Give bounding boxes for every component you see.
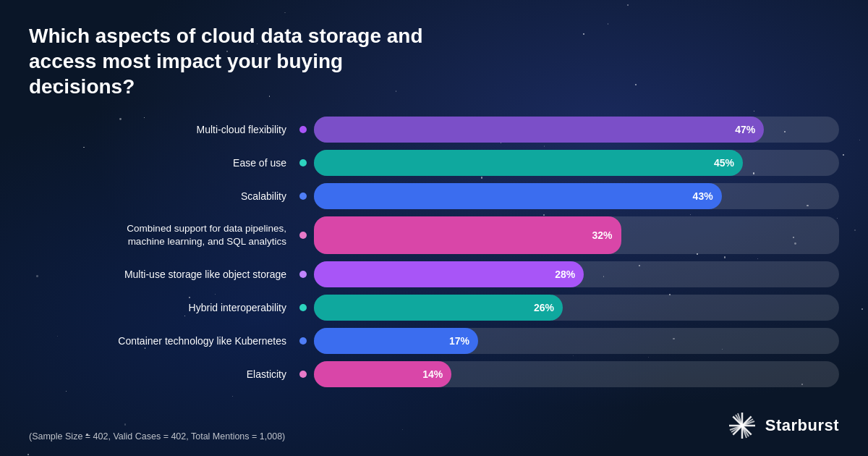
bar-pct-label-0: 47% [735,124,755,135]
bar-pct-label-7: 14% [422,368,443,380]
logo-text: Starburst [765,416,839,435]
bar-pct-label-2: 43% [693,190,713,202]
logo-area: Starburst [726,410,839,442]
bar-label-5: Hybrid interoperability [29,301,297,314]
bar-dot-3 [297,232,310,239]
chart-title: Which aspects of cloud data storage and … [29,23,448,99]
starburst-logo-icon [726,410,758,442]
bar-label-2: Scalability [29,190,297,203]
chart-area: Multi-cloud flexibility47%Ease of use45%… [29,117,839,404]
bar-dot-7 [297,371,310,378]
bar-fill-5: 26% [314,295,563,321]
bar-label-6: Container technology like Kubernetes [29,334,297,347]
bar-col-3: 32% [310,216,839,254]
bar-fill-4: 28% [314,261,584,287]
chart-row: Combined support for data pipelines,mach… [29,216,839,254]
bar-pct-label-1: 45% [714,157,734,169]
bar-label-4: Multi-use storage like object storage [29,268,297,281]
chart-row: Multi-use storage like object storage28% [29,261,839,287]
bar-fill-3: 32% [314,216,621,254]
chart-row: Multi-cloud flexibility47% [29,117,839,143]
chart-row: Hybrid interoperability26% [29,295,839,321]
bar-col-7: 14% [310,361,839,387]
bar-label-3: Combined support for data pipelines,mach… [29,222,297,248]
bar-dot-6 [297,337,310,345]
bar-fill-0: 47% [314,117,764,143]
bar-col-1: 45% [310,150,839,176]
chart-row: Ease of use45% [29,150,839,176]
bar-label-0: Multi-cloud flexibility [29,123,297,136]
bar-fill-7: 14% [314,361,451,387]
bar-dot-5 [297,304,310,311]
footer: (Sample Size = 402, Valid Cases = 402, T… [29,410,839,442]
bar-fill-6: 17% [314,328,478,354]
bar-col-5: 26% [310,295,839,321]
bar-fill-1: 45% [314,150,743,176]
bar-col-4: 28% [310,261,839,287]
bar-dot-0 [297,126,310,133]
bar-pct-label-3: 32% [592,229,613,241]
bar-dot-2 [297,193,310,200]
main-container: Which aspects of cloud data storage and … [0,0,868,456]
bar-label-7: Elasticity [29,368,297,381]
bar-col-6: 17% [310,328,839,354]
bar-label-1: Ease of use [29,156,297,169]
bar-col-2: 43% [310,183,839,209]
bar-col-0: 47% [310,117,839,143]
chart-row: Container technology like Kubernetes17% [29,328,839,354]
bar-pct-label-4: 28% [555,269,575,280]
chart-row: Elasticity14% [29,361,839,387]
bar-fill-2: 43% [314,183,722,209]
sample-size-text: (Sample Size = 402, Valid Cases = 402, T… [29,431,285,442]
bar-pct-label-6: 17% [449,335,469,347]
bar-pct-label-5: 26% [534,302,554,313]
chart-row: Scalability43% [29,183,839,209]
bar-dot-4 [297,271,310,278]
bar-dot-1 [297,159,310,166]
